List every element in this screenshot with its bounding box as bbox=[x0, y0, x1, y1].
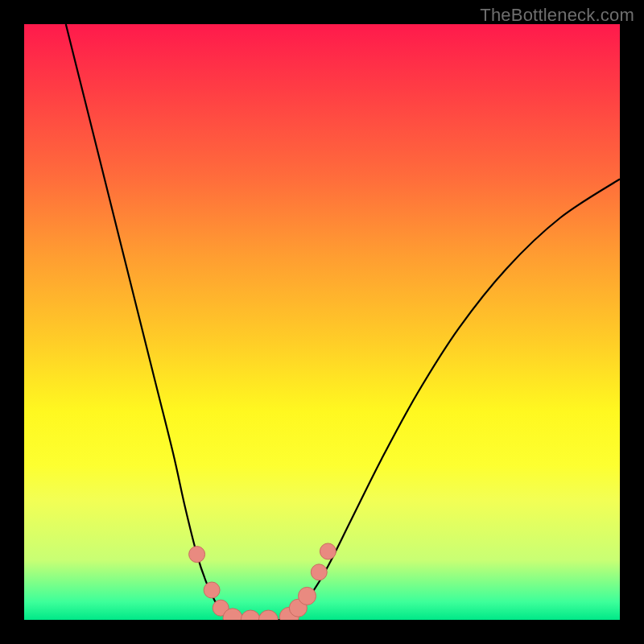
chart-svg bbox=[24, 24, 620, 620]
curve-markers bbox=[189, 543, 336, 620]
curve-marker bbox=[204, 582, 220, 598]
curve-right-branch bbox=[287, 179, 620, 620]
curve-left-branch bbox=[66, 24, 239, 620]
curve-marker bbox=[241, 610, 260, 620]
watermark-text: TheBottleneck.com bbox=[480, 5, 634, 26]
curve-marker bbox=[311, 564, 327, 580]
curve-marker bbox=[320, 543, 336, 559]
chart-plot-area bbox=[24, 24, 620, 620]
curve-marker bbox=[189, 547, 205, 563]
curve-marker bbox=[299, 587, 316, 605]
curve-marker bbox=[258, 610, 278, 620]
